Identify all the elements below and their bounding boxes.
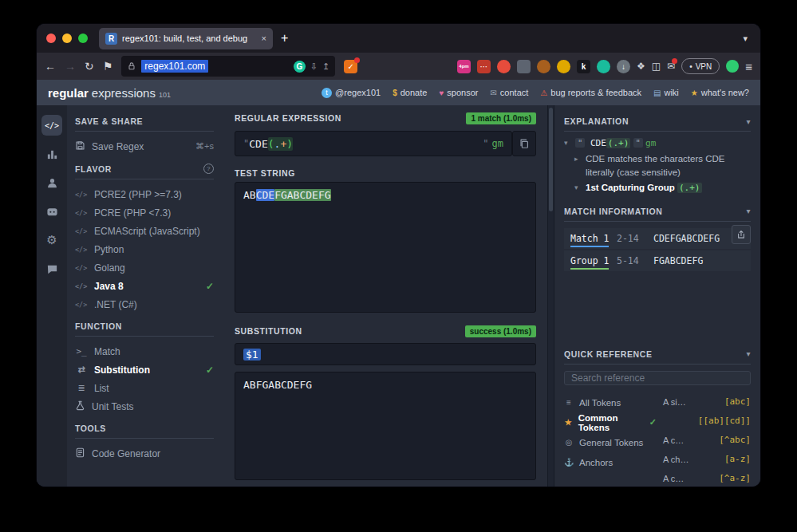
- close-window-button[interactable]: [46, 33, 56, 43]
- flavor-item-python[interactable]: </> Python: [75, 240, 214, 258]
- copy-regex-button[interactable]: [512, 131, 536, 156]
- account-icon[interactable]: [41, 172, 62, 193]
- window-controls: [46, 33, 88, 43]
- flavor-item-pcre[interactable]: </> PCRE (PHP <7.3): [75, 203, 214, 222]
- extension-icon-1[interactable]: 4pm: [457, 60, 471, 73]
- vpn-button[interactable]: • VPN: [681, 58, 720, 74]
- function-item-substitution[interactable]: ⇄ Substitution ✓: [75, 361, 214, 379]
- maximize-window-button[interactable]: [78, 33, 88, 43]
- explanation-header[interactable]: EXPLANATION ▾: [564, 108, 751, 132]
- category-general-tokens[interactable]: ◎ General Tokens: [564, 433, 657, 451]
- export-matches-button[interactable]: [732, 225, 751, 244]
- tree-expand-icon[interactable]: ▸: [574, 152, 582, 164]
- test-string-input[interactable]: ABCDEFGABCDEFG: [235, 182, 536, 313]
- downloads-icon[interactable]: ⇩: [310, 61, 318, 72]
- function-item-match[interactable]: >_ Match: [75, 342, 214, 361]
- chevron-down-icon[interactable]: ▾: [746, 207, 751, 215]
- minimize-window-button[interactable]: [62, 33, 72, 43]
- list-all-tabs-icon[interactable]: ▾: [743, 33, 751, 44]
- nav-link-donate[interactable]: $ donate: [393, 88, 427, 97]
- extension-icon-2[interactable]: ⋯: [477, 60, 491, 73]
- nav-link-sponsor[interactable]: ♥ sponsor: [439, 88, 478, 97]
- substitution-input[interactable]: $1: [235, 343, 536, 365]
- quick-reference-header[interactable]: QUICK REFERENCE ▾: [564, 341, 751, 365]
- token-row[interactable]: A si… [abc]: [663, 393, 751, 410]
- nav-link-contact[interactable]: ✉ contact: [490, 88, 528, 97]
- tab-close-icon[interactable]: ×: [262, 33, 266, 43]
- extension-icon-4[interactable]: [517, 60, 531, 73]
- function-item-unit-tests[interactable]: Unit Tests: [75, 397, 214, 416]
- flavor-help-icon[interactable]: ?: [203, 164, 214, 174]
- group-range: 5-14: [617, 255, 653, 266]
- url-text[interactable]: regex101.com: [141, 60, 208, 73]
- mail-icon[interactable]: ✉: [667, 61, 675, 72]
- function-item-list[interactable]: ≣ List: [75, 379, 214, 397]
- category-all-tokens[interactable]: ≡ All Tokens: [564, 393, 657, 412]
- match-information-header[interactable]: MATCH INFORMATION ▾: [564, 199, 751, 222]
- forward-button[interactable]: →: [65, 60, 76, 73]
- regex-editor-icon[interactable]: </>: [41, 115, 62, 136]
- token-row[interactable]: [[ab][cd]]: [663, 412, 751, 429]
- nav-link-whats-new[interactable]: ★ what's new?: [691, 88, 749, 97]
- regex-input[interactable]: " CDE(.+) " gm: [235, 131, 512, 156]
- feedback-chat-icon[interactable]: [41, 258, 62, 279]
- new-tab-button[interactable]: +: [281, 31, 288, 45]
- save-shortcut: ⌘+s: [195, 141, 214, 152]
- extension-icon-6[interactable]: [557, 60, 570, 73]
- extension-icon-5[interactable]: [537, 60, 550, 73]
- flavor-item-golang[interactable]: </> Golang: [75, 258, 214, 277]
- flavor-item-dotnet[interactable]: </> .NET (C#): [75, 295, 214, 313]
- nav-link-wiki[interactable]: ▤ wiki: [653, 88, 679, 97]
- tree-collapse-icon[interactable]: ▾: [574, 181, 582, 193]
- scrollbar-thumb[interactable]: [549, 108, 553, 211]
- profile-icon[interactable]: [726, 60, 739, 73]
- nav-link-bug-reports[interactable]: ⚠ bug reports & feedback: [540, 88, 641, 97]
- extensions-puzzle-icon[interactable]: ❖: [637, 61, 645, 72]
- community-icon[interactable]: [41, 201, 62, 222]
- hamburger-menu-icon[interactable]: ≡: [745, 60, 752, 73]
- token-row[interactable]: A c… [^a-z]: [663, 470, 751, 487]
- search-input[interactable]: [564, 371, 751, 385]
- match-value: CDEFGABCDEFG: [653, 233, 720, 244]
- sidebar-toggle-icon[interactable]: ◫: [652, 61, 661, 72]
- nav-link-twitter[interactable]: t @regex101: [322, 88, 381, 98]
- document-icon: [75, 447, 85, 460]
- tools-item-code-generator[interactable]: Code Generator: [75, 444, 214, 463]
- category-anchors[interactable]: ⚓ Anchors: [564, 453, 657, 471]
- library-chart-icon[interactable]: [41, 144, 62, 164]
- extension-icon-3[interactable]: [497, 60, 511, 73]
- address-bar[interactable]: regex101.com G ⇩ ↥: [121, 56, 335, 77]
- tree-collapse-icon[interactable]: ▾: [564, 136, 571, 148]
- flavor-item-ecmascript[interactable]: </> ECMAScript (JavaScript): [75, 222, 214, 240]
- token-row[interactable]: A c… [^abc]: [663, 432, 751, 448]
- back-button[interactable]: ←: [45, 60, 56, 73]
- regex-group-token: (.+): [268, 137, 293, 151]
- tab-bar: R regex101: build, test, and debug × + ▾: [37, 24, 760, 53]
- chevron-down-icon[interactable]: ▾: [746, 349, 751, 358]
- substitution-icon: ⇄: [75, 365, 88, 375]
- site-logo[interactable]: regular expressions 101: [48, 86, 171, 100]
- flavor-item-pcre2[interactable]: </> PCRE2 (PHP >=7.3): [75, 185, 214, 203]
- extension-icon-7[interactable]: k: [577, 60, 590, 73]
- regex-flags[interactable]: gm: [492, 138, 503, 149]
- token-list: A si… [abc] [[ab][cd]] A c… [^abc] A ch……: [663, 393, 751, 487]
- vertical-scrollbar[interactable]: [547, 105, 554, 487]
- extension-icon-8[interactable]: [597, 60, 610, 73]
- security-shield-icon[interactable]: ✓: [344, 60, 357, 73]
- chevron-down-icon[interactable]: ▾: [746, 117, 751, 126]
- group-value: FGABCDEFG: [653, 255, 703, 266]
- code-icon: </>: [75, 209, 88, 217]
- token-row[interactable]: A ch… [a-z]: [663, 451, 751, 467]
- grammarly-icon[interactable]: G: [294, 61, 306, 73]
- category-common-tokens[interactable]: ★ Common Tokens ✓: [564, 413, 657, 432]
- reload-button[interactable]: ↻: [85, 60, 94, 73]
- extension-icon-9[interactable]: ↓: [617, 60, 630, 73]
- settings-gear-icon[interactable]: ⚙: [41, 230, 62, 250]
- flavor-item-java8[interactable]: </> Java 8 ✓: [75, 277, 214, 295]
- share-icon[interactable]: ↥: [322, 61, 329, 72]
- save-regex-button[interactable]: Save Regex ⌘+s: [75, 137, 214, 156]
- site-header: regular expressions 101 t @regex101 $ do…: [37, 80, 760, 105]
- browser-tab[interactable]: R regex101: build, test, and debug ×: [99, 28, 273, 49]
- bookmarks-icon[interactable]: ⚑: [103, 60, 113, 73]
- flavor-section-title: FLAVOR ?: [75, 156, 214, 179]
